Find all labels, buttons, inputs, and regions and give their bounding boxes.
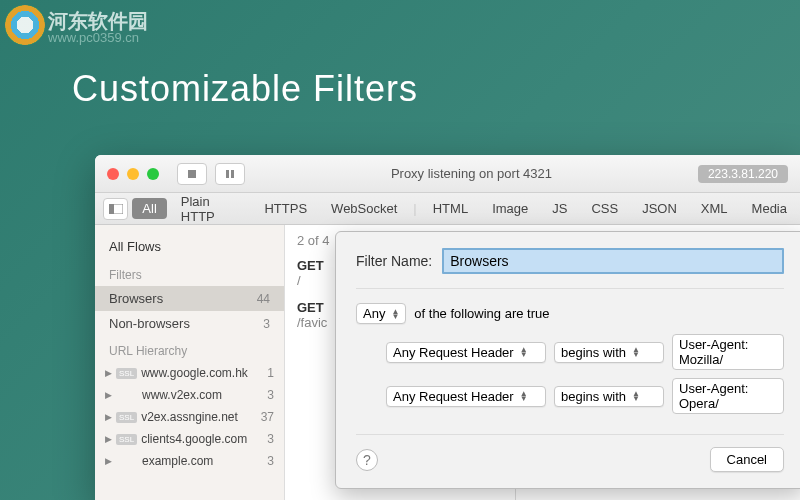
url-count: 1 <box>267 366 274 380</box>
sidebar-all-flows[interactable]: All Flows <box>95 233 284 260</box>
sidebar-filter-browsers[interactable]: Browsers 44 <box>95 286 284 311</box>
titlebar: Proxy listening on port 4321 223.3.81.22… <box>95 155 800 193</box>
chevron-updown-icon: ▲▼ <box>520 391 528 401</box>
disclosure-arrow-icon: ▶ <box>105 434 112 444</box>
rule-value-input[interactable]: User-Agent: Mozilla/ <box>672 334 784 370</box>
url-hierarchy-item[interactable]: ▶example.com3 <box>95 450 284 472</box>
filter-count: 3 <box>263 317 270 331</box>
disclosure-arrow-icon: ▶ <box>105 368 112 378</box>
url-hierarchy-item[interactable]: ▶www.v2ex.com3 <box>95 384 284 406</box>
flow-method: GET <box>297 258 324 273</box>
url-host: example.com <box>142 454 263 468</box>
ip-badge: 223.3.81.220 <box>698 165 788 183</box>
separator: | <box>413 201 416 216</box>
hero-title: Customizable Filters <box>72 68 418 110</box>
svg-rect-1 <box>226 170 229 178</box>
close-button[interactable] <box>107 168 119 180</box>
rule-field-select[interactable]: Any Request Header▲▼ <box>386 386 546 407</box>
select-value: Any Request Header <box>393 345 514 360</box>
tab-css[interactable]: CSS <box>581 198 628 219</box>
tab-json[interactable]: JSON <box>632 198 687 219</box>
filter-dialog: Filter Name: Any ▲▼ of the following are… <box>335 231 800 489</box>
disclosure-arrow-icon: ▶ <box>105 412 112 422</box>
sidebar-filters-title: Filters <box>95 260 284 286</box>
disclosure-arrow-icon: ▶ <box>105 390 112 400</box>
filter-name: Browsers <box>109 291 163 306</box>
rule-op-select[interactable]: begins with▲▼ <box>554 342 664 363</box>
stop-button[interactable] <box>177 163 207 185</box>
flow-path: / <box>297 273 301 288</box>
content-area: 2 of 4 GET / GET /favic Filter Name: <box>285 225 800 500</box>
url-count: 37 <box>261 410 274 424</box>
url-hierarchy-item[interactable]: ▶SSLv2ex.assngine.net37 <box>95 406 284 428</box>
chevron-updown-icon: ▲▼ <box>632 347 640 357</box>
chevron-updown-icon: ▲▼ <box>520 347 528 357</box>
sidebar-url-title: URL Hierarchy <box>95 336 284 362</box>
cancel-button[interactable]: Cancel <box>710 447 784 472</box>
ssl-badge: SSL <box>116 434 137 445</box>
select-value: Any Request Header <box>393 389 514 404</box>
select-value: begins with <box>561 345 626 360</box>
help-button[interactable]: ? <box>356 449 378 471</box>
flow-method: GET <box>297 300 324 315</box>
tab-websocket[interactable]: WebSocket <box>321 198 407 219</box>
rule-field-select[interactable]: Any Request Header▲▼ <box>386 342 546 363</box>
url-count: 3 <box>267 388 274 402</box>
proxy-status: Proxy listening on port 4321 <box>253 166 690 181</box>
maximize-button[interactable] <box>147 168 159 180</box>
filter-name: Non-browsers <box>109 316 190 331</box>
filter-name-input[interactable] <box>442 248 784 274</box>
tab-html[interactable]: HTML <box>423 198 478 219</box>
chevron-updown-icon: ▲▼ <box>632 391 640 401</box>
svg-rect-4 <box>109 204 114 214</box>
select-value: begins with <box>561 389 626 404</box>
traffic-lights <box>107 168 159 180</box>
filter-rule-row: Any Request Header▲▼ begins with▲▼ User-… <box>386 378 784 414</box>
tab-media[interactable]: Media <box>742 198 797 219</box>
minimize-button[interactable] <box>127 168 139 180</box>
filter-count: 44 <box>257 292 270 306</box>
url-host: v2ex.assngine.net <box>141 410 257 424</box>
filter-rule-row: Any Request Header▲▼ begins with▲▼ User-… <box>386 334 784 370</box>
select-value: Any <box>363 306 385 321</box>
tab-plain-http[interactable]: Plain HTTP <box>171 191 251 227</box>
svg-rect-2 <box>231 170 234 178</box>
ssl-badge: SSL <box>116 368 137 379</box>
match-mode-select[interactable]: Any ▲▼ <box>356 303 406 324</box>
rule-op-select[interactable]: begins with▲▼ <box>554 386 664 407</box>
sidebar-toggle-button[interactable] <box>103 198 128 220</box>
sidebar-filter-nonbrowsers[interactable]: Non-browsers 3 <box>95 311 284 336</box>
rule-value-input[interactable]: User-Agent: Opera/ <box>672 378 784 414</box>
tab-image[interactable]: Image <box>482 198 538 219</box>
filter-name-label: Filter Name: <box>356 253 432 269</box>
flow-path: /favic <box>297 315 327 330</box>
url-count: 3 <box>267 454 274 468</box>
pause-button[interactable] <box>215 163 245 185</box>
url-host: www.v2ex.com <box>142 388 263 402</box>
disclosure-arrow-icon: ▶ <box>105 456 112 466</box>
url-host: clients4.google.com <box>141 432 263 446</box>
ssl-badge: SSL <box>116 412 137 423</box>
match-text: of the following are true <box>414 306 549 321</box>
tab-js[interactable]: JS <box>542 198 577 219</box>
toolbar: All Plain HTTP HTTPS WebSocket | HTML Im… <box>95 193 800 225</box>
sidebar: All Flows Filters Browsers 44 Non-browse… <box>95 225 285 500</box>
tab-all[interactable]: All <box>132 198 166 219</box>
app-window: Proxy listening on port 4321 223.3.81.22… <box>95 155 800 500</box>
svg-rect-0 <box>188 170 196 178</box>
url-count: 3 <box>267 432 274 446</box>
tab-xml[interactable]: XML <box>691 198 738 219</box>
chevron-updown-icon: ▲▼ <box>391 309 399 319</box>
tab-https[interactable]: HTTPS <box>254 198 317 219</box>
watermark-url: www.pc0359.cn <box>48 30 139 45</box>
url-hierarchy-item[interactable]: ▶SSLclients4.google.com3 <box>95 428 284 450</box>
url-hierarchy-item[interactable]: ▶SSLwww.google.com.hk1 <box>95 362 284 384</box>
url-host: www.google.com.hk <box>141 366 263 380</box>
